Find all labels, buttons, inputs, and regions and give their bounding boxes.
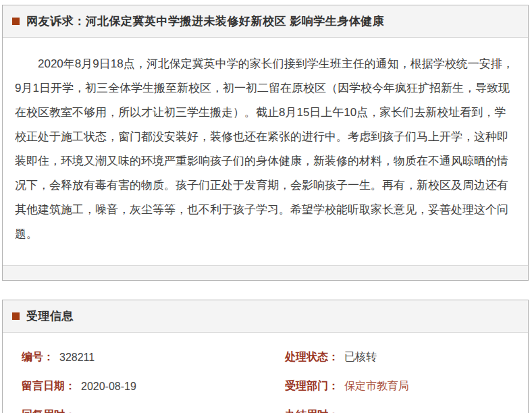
field-number-label: 编号： bbox=[22, 350, 54, 364]
complaint-body-text: 2020年8月9日18点，河北保定冀英中学的家长们接到学生班主任的通知，根据学校… bbox=[3, 38, 528, 265]
field-completion-time-label: 办结用时： bbox=[285, 408, 339, 413]
field-status-value: 已核转 bbox=[344, 350, 377, 364]
field-completion-time-value: ---- -- -- bbox=[344, 410, 379, 413]
complaint-panel-header: 网友诉求：河北保定冀英中学搬进未装修好新校区 影响学生身体健康 bbox=[3, 5, 528, 38]
field-message-date: 留言日期： 2020-08-19 bbox=[22, 372, 285, 401]
acceptance-info-fields: 编号： 328211 处理状态： 已核转 留言日期： 2020-08-19 受理… bbox=[3, 333, 528, 413]
field-department-label: 受理部门： bbox=[285, 379, 339, 393]
field-reply-time-value: ---- -- -- bbox=[81, 410, 116, 413]
field-status: 处理状态： 已核转 bbox=[285, 343, 528, 372]
field-department-value[interactable]: 保定市教育局 bbox=[344, 379, 409, 393]
complaint-panel: 网友诉求：河北保定冀英中学搬进未装修好新校区 影响学生身体健康 2020年8月9… bbox=[2, 5, 529, 281]
field-department: 受理部门： 保定市教育局 bbox=[285, 372, 528, 401]
field-message-date-label: 留言日期： bbox=[22, 379, 76, 393]
field-reply-time: 回复用时： ---- -- -- bbox=[22, 401, 285, 413]
field-message-date-value: 2020-08-19 bbox=[81, 381, 136, 393]
field-completion-time: 办结用时： ---- -- -- bbox=[285, 401, 528, 413]
field-status-label: 处理状态： bbox=[285, 350, 339, 364]
field-number-value: 328211 bbox=[59, 352, 95, 364]
square-bullet-icon bbox=[12, 18, 20, 25]
field-reply-time-label: 回复用时： bbox=[22, 408, 76, 413]
acceptance-info-title: 受理信息 bbox=[26, 308, 74, 324]
acceptance-info-header: 受理信息 bbox=[3, 300, 528, 333]
complaint-title: 网友诉求：河北保定冀英中学搬进未装修好新校区 影响学生身体健康 bbox=[26, 13, 384, 29]
acceptance-info-panel: 受理信息 编号： 328211 处理状态： 已核转 留言日期： 2020-08-… bbox=[2, 300, 529, 413]
square-bullet-icon bbox=[12, 312, 20, 320]
complaint-panel-footer bbox=[3, 265, 528, 280]
field-number: 编号： 328211 bbox=[22, 343, 285, 372]
